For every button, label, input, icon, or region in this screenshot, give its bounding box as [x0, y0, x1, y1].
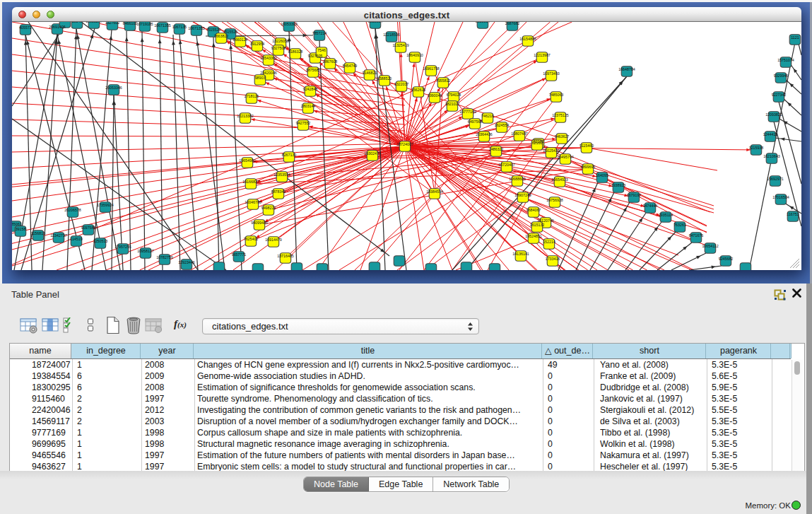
svg-text:14136141: 14136141: [512, 252, 529, 256]
svg-text:10671355: 10671355: [188, 26, 205, 30]
svg-text:19302473: 19302473: [364, 151, 381, 156]
svg-text:16914479: 16914479: [265, 238, 282, 242]
svg-text:10807487: 10807487: [511, 132, 528, 136]
svg-text:9242848: 9242848: [303, 87, 318, 91]
svg-text:9474444: 9474444: [643, 204, 658, 208]
svg-text:15495794: 15495794: [557, 155, 574, 159]
svg-text:7515526: 7515526: [206, 28, 221, 32]
svg-text:1588520: 1588520: [377, 76, 392, 81]
svg-text:8186328: 8186328: [288, 49, 303, 54]
svg-text:10653267: 10653267: [86, 22, 102, 23]
svg-text:6497568: 6497568: [468, 119, 483, 124]
svg-text:10719185: 10719185: [136, 22, 153, 26]
svg-text:3875685: 3875685: [306, 68, 321, 72]
svg-text:19756928: 19756928: [546, 198, 563, 202]
svg-text:12218506: 12218506: [383, 33, 400, 37]
svg-text:1990044: 1990044: [428, 93, 442, 98]
svg-text:17016504: 17016504: [772, 195, 789, 199]
svg-text:1615132: 1615132: [530, 223, 545, 227]
svg-text:9327505: 9327505: [308, 54, 323, 58]
svg-text:9245682: 9245682: [719, 257, 734, 261]
svg-text:16543362: 16543362: [260, 56, 277, 60]
svg-text:6679197: 6679197: [627, 193, 642, 197]
svg-text:10053309: 10053309: [281, 22, 298, 26]
svg-text:8454749: 8454749: [343, 64, 358, 68]
svg-text:19654982: 19654982: [239, 158, 256, 163]
svg-text:12375125: 12375125: [552, 113, 569, 117]
svg-text:18384554: 18384554: [426, 189, 443, 194]
svg-text:10688609: 10688609: [509, 177, 526, 181]
svg-text:12213987: 12213987: [534, 53, 551, 57]
svg-text:13226058: 13226058: [272, 39, 289, 43]
svg-text:9657771: 9657771: [232, 252, 247, 257]
svg-text:2803144: 2803144: [301, 104, 316, 108]
svg-text:19166827: 19166827: [242, 180, 259, 184]
svg-text:1156819: 1156819: [31, 231, 45, 235]
svg-text:1121: 1121: [791, 35, 799, 40]
svg-text:2867608: 2867608: [323, 59, 338, 64]
svg-text:8813054: 8813054: [368, 22, 383, 23]
svg-text:164095: 164095: [596, 173, 608, 177]
svg-text:19524851: 19524851: [525, 234, 542, 238]
svg-text:114519: 114519: [70, 237, 82, 241]
svg-text:6899695: 6899695: [581, 165, 596, 169]
svg-text:12923446: 12923446: [178, 260, 195, 264]
svg-text:1327602: 1327602: [105, 22, 120, 25]
svg-text:2687682: 2687682: [505, 22, 520, 25]
svg-text:9329946: 9329946: [774, 74, 789, 78]
svg-text:20364436: 20364436: [476, 132, 493, 136]
svg-text:405572: 405572: [19, 25, 32, 30]
svg-text:16154808: 16154808: [519, 37, 536, 41]
svg-text:18640910: 18640910: [406, 53, 423, 57]
svg-text:16961758: 16961758: [423, 66, 440, 71]
svg-text:18907249: 18907249: [514, 193, 531, 197]
svg-text:485061: 485061: [12, 222, 22, 226]
svg-text:12093822: 12093822: [765, 112, 782, 117]
svg-text:12353594: 12353594: [273, 173, 290, 177]
svg-text:98903: 98903: [255, 76, 266, 80]
svg-text:1322037: 1322037: [394, 82, 409, 86]
svg-text:9684067: 9684067: [526, 208, 541, 212]
svg-text:16210643: 16210643: [763, 154, 780, 158]
svg-text:10046786: 10046786: [245, 200, 261, 204]
svg-text:1250513: 1250513: [93, 239, 108, 243]
svg-text:7546: 7546: [317, 48, 326, 52]
svg-text:6794024: 6794024: [447, 93, 461, 97]
svg-text:12213382: 12213382: [237, 114, 254, 118]
svg-text:19777169: 19777169: [459, 110, 476, 114]
svg-text:17359924: 17359924: [97, 203, 114, 207]
svg-text:10671355: 10671355: [154, 23, 171, 28]
svg-text:9227342: 9227342: [772, 93, 787, 97]
svg-text:10654112: 10654112: [702, 244, 718, 248]
svg-text:9498222: 9498222: [261, 206, 276, 210]
svg-text:20053346: 20053346: [105, 86, 122, 90]
svg-text:763261: 763261: [673, 223, 686, 227]
svg-text:9427552: 9427552: [296, 121, 311, 125]
svg-text:1938923: 1938923: [611, 183, 626, 187]
svg-text:7485063: 7485063: [549, 93, 564, 97]
svg-text:9097588: 9097588: [81, 226, 96, 230]
svg-text:23420046: 23420046: [260, 71, 277, 75]
svg-text:10958127: 10958127: [137, 249, 154, 253]
svg-text:39158: 39158: [16, 227, 26, 231]
svg-text:15751074: 15751074: [777, 58, 794, 62]
svg-text:1562615: 1562615: [411, 88, 426, 92]
svg-text:2935114: 2935114: [659, 213, 673, 217]
svg-text:8466100: 8466100: [123, 22, 138, 25]
svg-text:8267130: 8267130: [282, 153, 297, 157]
svg-text:7955812: 7955812: [436, 78, 451, 83]
svg-text:152214: 152214: [543, 240, 555, 244]
svg-text:8660124: 8660124: [233, 37, 248, 42]
svg-text:10654923: 10654923: [551, 177, 568, 182]
svg-text:16648784: 16648784: [618, 67, 635, 71]
svg-text:10973493: 10973493: [543, 71, 560, 76]
svg-text:18724007: 18724007: [396, 142, 413, 146]
svg-text:11325419: 11325419: [392, 43, 408, 47]
svg-text:746216: 746216: [481, 114, 494, 118]
svg-text:1934: 1934: [61, 22, 69, 23]
svg-text:1244415: 1244415: [763, 132, 778, 136]
svg-text:8471676: 8471676: [689, 233, 704, 238]
svg-text:1067135: 1067135: [172, 25, 187, 29]
svg-text:2718126: 2718126: [245, 94, 259, 98]
svg-text:9146821: 9146821: [363, 71, 377, 75]
